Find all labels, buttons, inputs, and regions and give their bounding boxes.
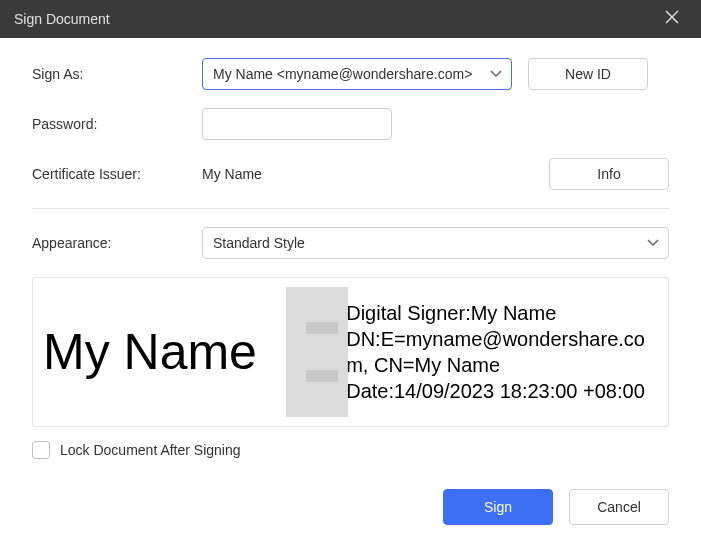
preview-left: My Name <box>43 278 338 426</box>
appearance-label: Appearance: <box>32 235 202 251</box>
sign-as-row: Sign As: My Name <myname@wondershare.com… <box>32 58 669 90</box>
titlebar: Sign Document <box>0 0 701 38</box>
signature-name: My Name <box>43 323 257 381</box>
preview-dn: DN:E=myname@wondershare.com, CN=My Name <box>346 326 658 378</box>
cert-issuer-row: Certificate Issuer: My Name Info <box>32 158 669 190</box>
window-title: Sign Document <box>14 11 110 27</box>
lock-row: Lock Document After Signing <box>32 441 669 459</box>
close-icon[interactable] <box>657 6 687 32</box>
preview-signer: Digital Signer:My Name <box>346 300 658 326</box>
divider <box>32 208 669 209</box>
preview-date: Date:14/09/2023 18:23:00 +08:00 <box>346 378 658 404</box>
preview-details: Digital Signer:My Name DN:E=myname@wonde… <box>338 300 658 404</box>
password-row: Password: <box>32 108 669 140</box>
sign-as-label: Sign As: <box>32 66 202 82</box>
new-id-button[interactable]: New ID <box>528 58 648 90</box>
password-input[interactable] <box>202 108 392 140</box>
cert-issuer-label: Certificate Issuer: <box>32 166 202 182</box>
lock-label: Lock Document After Signing <box>60 442 241 458</box>
watermark-icon <box>286 287 348 417</box>
password-label: Password: <box>32 116 202 132</box>
sign-as-select[interactable]: My Name <myname@wondershare.com> <box>202 58 512 90</box>
dialog-footer: Sign Cancel <box>0 489 701 539</box>
cancel-button[interactable]: Cancel <box>569 489 669 525</box>
sign-as-value: My Name <myname@wondershare.com> <box>202 58 512 90</box>
dialog-content: Sign As: My Name <myname@wondershare.com… <box>0 38 701 459</box>
appearance-value: Standard Style <box>202 227 669 259</box>
appearance-row: Appearance: Standard Style <box>32 227 669 259</box>
sign-button[interactable]: Sign <box>443 489 553 525</box>
lock-checkbox[interactable] <box>32 441 50 459</box>
signature-preview: My Name Digital Signer:My Name DN:E=myna… <box>32 277 669 427</box>
info-button[interactable]: Info <box>549 158 669 190</box>
appearance-select[interactable]: Standard Style <box>202 227 669 259</box>
cert-issuer-value: My Name <box>202 166 549 182</box>
chevron-down-icon <box>647 239 659 247</box>
